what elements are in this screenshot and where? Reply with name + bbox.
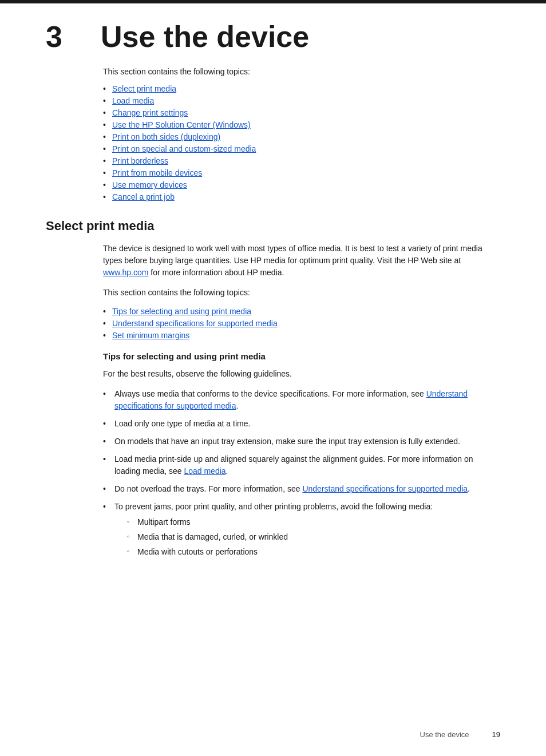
list-item: Print from mobile devices bbox=[103, 168, 500, 177]
sub-toc-list: Tips for selecting and using print media… bbox=[103, 307, 500, 340]
footer-page-number: 19 bbox=[492, 730, 500, 739]
chapter-header: 3 Use the device bbox=[46, 21, 500, 53]
toc-link-borderless[interactable]: Print borderless bbox=[112, 156, 168, 165]
subsection-intro-text: This section contains the following topi… bbox=[103, 287, 500, 299]
toc-link-mobile-devices[interactable]: Print from mobile devices bbox=[112, 168, 202, 177]
list-item: Always use media that conforms to the de… bbox=[103, 388, 500, 412]
toc-link-select-print-media[interactable]: Select print media bbox=[112, 84, 176, 93]
content-area: 3 Use the device This section contains t… bbox=[0, 3, 546, 599]
list-item: Use memory devices bbox=[103, 180, 500, 189]
section-select-print-media: Select print media The device is designe… bbox=[46, 219, 500, 558]
footer-section-label: Use the device bbox=[420, 730, 469, 739]
list-item: Do not overload the trays. For more info… bbox=[103, 483, 500, 495]
toc-link-duplexing[interactable]: Print on both sides (duplexing) bbox=[112, 132, 220, 141]
chapter-number: 3 bbox=[46, 21, 80, 53]
link-understand-specs-1[interactable]: Understand specifications for supported … bbox=[114, 389, 468, 410]
list-item: Multipart forms bbox=[126, 516, 500, 528]
toc-link-memory-devices[interactable]: Use memory devices bbox=[112, 180, 187, 189]
list-item: On models that have an input tray extens… bbox=[103, 436, 500, 448]
list-item: Set minimum margins bbox=[103, 331, 500, 340]
list-item: Change print settings bbox=[103, 108, 500, 117]
page-container: 3 Use the device This section contains t… bbox=[0, 0, 546, 756]
list-item: Load media print-side up and aligned squ… bbox=[103, 453, 500, 477]
list-item: Load media bbox=[103, 96, 500, 105]
toc-list: Select print media Load media Change pri… bbox=[103, 84, 500, 201]
tips-bullet-list: Always use media that conforms to the de… bbox=[103, 388, 500, 558]
toc-link-hp-solution-center[interactable]: Use the HP Solution Center (Windows) bbox=[112, 120, 251, 129]
list-item: Understand specifications for supported … bbox=[103, 319, 500, 328]
toc-link-special-media[interactable]: Print on special and custom-sized media bbox=[112, 144, 256, 153]
link-load-media[interactable]: Load media bbox=[184, 466, 225, 476]
link-understand-specs-2[interactable]: Understand specifications for supported … bbox=[302, 484, 468, 493]
toc-link-change-print-settings[interactable]: Change print settings bbox=[112, 108, 188, 117]
list-item: Select print media bbox=[103, 84, 500, 93]
list-item: Load only one type of media at a time. bbox=[103, 418, 500, 430]
section-body-text: The device is designed to work well with… bbox=[103, 243, 500, 279]
list-item: Media that is damaged, curled, or wrinkl… bbox=[126, 531, 500, 543]
tips-intro-text: For the best results, observe the follow… bbox=[103, 368, 500, 380]
sub-bullet-list: Multipart forms Media that is damaged, c… bbox=[126, 516, 500, 558]
sub-toc-link-margins[interactable]: Set minimum margins bbox=[112, 331, 189, 340]
toc-link-load-media[interactable]: Load media bbox=[112, 96, 154, 105]
toc-link-cancel-print[interactable]: Cancel a print job bbox=[112, 192, 175, 201]
intro-text: This section contains the following topi… bbox=[103, 67, 500, 76]
sub-toc-link-specs[interactable]: Understand specifications for supported … bbox=[112, 319, 278, 328]
list-item: Print borderless bbox=[103, 156, 500, 165]
section-title-select-print-media: Select print media bbox=[46, 219, 500, 233]
chapter-title: Use the device bbox=[101, 21, 309, 53]
hp-website-link[interactable]: www.hp.com bbox=[103, 268, 148, 277]
subsection-tips: Tips for selecting and using print media… bbox=[46, 351, 500, 558]
subsection-title-tips: Tips for selecting and using print media bbox=[103, 351, 500, 361]
list-item: Tips for selecting and using print media bbox=[103, 307, 500, 316]
page-footer: Use the device 19 bbox=[420, 730, 500, 739]
list-item: Print on special and custom-sized media bbox=[103, 144, 500, 153]
list-item: Use the HP Solution Center (Windows) bbox=[103, 120, 500, 129]
list-item: Cancel a print job bbox=[103, 192, 500, 201]
list-item: To prevent jams, poor print quality, and… bbox=[103, 501, 500, 558]
sub-toc-link-tips[interactable]: Tips for selecting and using print media bbox=[112, 307, 251, 316]
list-item: Print on both sides (duplexing) bbox=[103, 132, 500, 141]
list-item: Media with cutouts or perforations bbox=[126, 546, 500, 558]
